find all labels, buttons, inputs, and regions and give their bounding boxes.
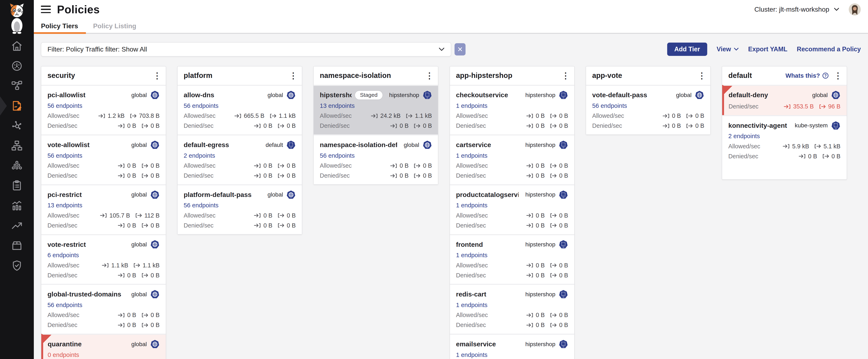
clear-filter-button[interactable] bbox=[455, 43, 466, 55]
endpoints-link[interactable]: 56 endpoints bbox=[320, 151, 432, 159]
egress-arrow-icon bbox=[141, 273, 149, 278]
endpoints-link[interactable]: 56 endpoints bbox=[48, 301, 159, 309]
endpoints-link[interactable]: 1 endpoints bbox=[456, 301, 568, 309]
policy-card[interactable]: pci-allowlistglobal56 endpointsAllowed/s… bbox=[41, 85, 165, 135]
sidebar-item-flow-visualizations[interactable] bbox=[11, 120, 23, 132]
endpoints-link[interactable]: 1 endpoints bbox=[456, 201, 568, 209]
tier-menu-icon[interactable]: ⋮ bbox=[561, 72, 568, 80]
policy-card[interactable]: konnectivity-agentkube-systemns2 endpoin… bbox=[722, 115, 846, 165]
ingress-arrow-icon bbox=[784, 104, 791, 109]
policy-card[interactable]: cartservicehipstershopns1 endpointsAllow… bbox=[450, 134, 574, 184]
sidebar-item-image-assurance[interactable] bbox=[11, 240, 23, 252]
scope-label: global bbox=[131, 291, 147, 298]
user-avatar[interactable] bbox=[849, 3, 861, 16]
content-area: Filter: Policy Traffic filter: Show All … bbox=[34, 34, 868, 359]
egress-bytes: 0 B bbox=[151, 172, 159, 179]
tab-policy-listing[interactable]: Policy Listing bbox=[86, 19, 144, 33]
endpoints-link[interactable]: 56 endpoints bbox=[184, 102, 296, 109]
policy-card-title-row: redis-carthipstershopns bbox=[456, 289, 568, 299]
policy-card[interactable]: vote-allowlistglobal56 endpointsAllowed/… bbox=[41, 134, 165, 184]
policy-card-title-row: pci-allowlistglobal bbox=[48, 90, 159, 100]
sidebar-item-networks[interactable] bbox=[11, 140, 23, 152]
endpoints-link[interactable]: 56 endpoints bbox=[48, 102, 159, 109]
policy-card[interactable]: vote-default-passglobal56 endpointsAllow… bbox=[586, 85, 710, 135]
allowed-per-sec-row: Allowed/sec1.2 kB703.8 B bbox=[48, 112, 159, 120]
ingress-bytes: 0 B bbox=[264, 172, 272, 179]
export-yaml-button[interactable]: Export YAML bbox=[748, 46, 787, 53]
scope-label: hipstershop bbox=[525, 92, 555, 99]
egress-bytes: 1.1 kB bbox=[143, 262, 160, 269]
tier-menu-icon[interactable]: ⋮ bbox=[698, 72, 704, 80]
endpoints-link[interactable]: 1 endpoints bbox=[456, 151, 568, 159]
add-tier-button[interactable]: Add Tier bbox=[667, 43, 707, 56]
sidebar-item-activity[interactable] bbox=[11, 220, 23, 232]
global-scope-icon bbox=[286, 90, 296, 100]
egress-arrow-icon bbox=[133, 263, 141, 268]
svg-text:ns: ns bbox=[290, 147, 292, 148]
sidebar-item-home[interactable] bbox=[11, 40, 23, 52]
traffic-values: 5.9 kB5.1 kB bbox=[783, 143, 840, 150]
endpoints-link[interactable]: 13 endpoints bbox=[48, 201, 159, 209]
endpoints-link[interactable]: 0 endpoints bbox=[48, 351, 159, 359]
endpoints-link[interactable]: 56 endpoints bbox=[592, 102, 704, 109]
tier-menu-icon[interactable]: ⋮ bbox=[153, 72, 159, 80]
sidebar-item-compliance-reports[interactable] bbox=[11, 180, 23, 192]
ingress-bytes: 665.5 B bbox=[244, 112, 264, 119]
egress-arrow-icon bbox=[413, 163, 421, 168]
endpoints-link[interactable]: 1 endpoints bbox=[456, 102, 568, 109]
sidebar-item-service-graph[interactable] bbox=[11, 80, 23, 92]
policy-card[interactable]: vote-restrictglobal6 endpointsAllowed/se… bbox=[41, 234, 165, 284]
policy-card[interactable]: hipstershop-gh…Stagedhipstershopns13 end… bbox=[314, 85, 438, 135]
denied-label: Denied/sec bbox=[320, 122, 390, 129]
endpoints-link[interactable]: 1 endpoints bbox=[456, 351, 568, 359]
sidebar-item-threat-defense[interactable] bbox=[11, 259, 23, 272]
egress-value: 0 B bbox=[141, 162, 160, 169]
endpoints-link[interactable]: 2 endpoints bbox=[728, 132, 840, 140]
sidebar-item-policies[interactable] bbox=[11, 100, 23, 112]
policy-card[interactable]: redis-carthipstershopns1 endpointsAllowe… bbox=[450, 284, 574, 334]
policy-card[interactable]: frontendhipstershopns1 endpointsAllowed/… bbox=[450, 234, 574, 284]
policy-card[interactable]: namespace-isolation-default-p…global56 e… bbox=[314, 134, 438, 184]
view-menu-button[interactable]: View bbox=[717, 46, 739, 53]
policy-card[interactable]: checkoutservicehipstershopns1 endpointsA… bbox=[450, 85, 574, 135]
ingress-bytes: 0 B bbox=[127, 172, 136, 179]
sidebar-item-dashboard[interactable] bbox=[11, 60, 23, 72]
policy-card[interactable]: quarantineglobal0 endpoints bbox=[41, 334, 165, 359]
endpoints-link[interactable]: 2 endpoints bbox=[184, 151, 296, 159]
sidebar bbox=[0, 0, 34, 359]
cluster-selector[interactable]: Cluster: jlt-msft-workshop bbox=[754, 6, 839, 13]
policy-traffic-filter-dropdown[interactable]: Filter: Policy Traffic filter: Show All bbox=[41, 42, 451, 56]
policy-card[interactable]: allow-dnsglobal56 endpointsAllowed/sec66… bbox=[178, 85, 302, 135]
egress-arrow-icon bbox=[277, 223, 285, 228]
menu-toggle-icon[interactable] bbox=[41, 6, 51, 13]
endpoints-link[interactable]: 1 endpoints bbox=[456, 251, 568, 259]
egress-value: 0 B bbox=[686, 122, 704, 129]
policy-card[interactable]: default-denyglobalDenied/sec353.5 B96 B bbox=[722, 85, 846, 115]
tier-menu-icon[interactable]: ⋮ bbox=[289, 72, 296, 80]
recommend-policy-button[interactable]: Recommend a Policy bbox=[797, 46, 861, 53]
denied-label: Denied/sec bbox=[48, 172, 118, 179]
endpoints-link[interactable]: 13 endpoints bbox=[320, 102, 432, 109]
policy-card[interactable]: pci-restrictglobal13 endpointsAllowed/se… bbox=[41, 184, 165, 234]
traffic-values: 0 B0 B bbox=[254, 122, 296, 129]
endpoints-link[interactable]: 6 endpoints bbox=[48, 251, 159, 259]
policy-card[interactable]: emailservicehipstershopns1 endpointsAllo… bbox=[450, 334, 574, 359]
endpoints-link[interactable]: 56 endpoints bbox=[184, 201, 296, 209]
allowed-label: Allowed/sec bbox=[48, 312, 118, 319]
policy-card[interactable]: default-egressdefaultns2 endpointsAllowe… bbox=[178, 134, 302, 184]
denied-per-sec-row: Denied/sec0 B0 B bbox=[456, 322, 568, 329]
global-scope-icon bbox=[150, 140, 159, 149]
sidebar-item-endpoints[interactable] bbox=[11, 160, 23, 172]
tab-policy-tiers[interactable]: Policy Tiers bbox=[34, 19, 86, 33]
sidebar-item-timeline[interactable] bbox=[11, 199, 23, 212]
tier-menu-icon[interactable]: ⋮ bbox=[834, 72, 840, 80]
chevron-down-icon bbox=[734, 48, 739, 51]
policy-card[interactable]: global-trusted-domainsglobal56 endpoints… bbox=[41, 284, 165, 334]
policy-card[interactable]: platform-default-passglobal56 endpointsA… bbox=[178, 184, 302, 234]
policy-card[interactable]: productcatalogservicehipstershopns1 endp… bbox=[450, 184, 574, 234]
tier-title: security bbox=[48, 72, 153, 80]
whats-this-link[interactable]: Whats this?? bbox=[785, 72, 829, 79]
endpoints-link[interactable]: 56 endpoints bbox=[48, 151, 159, 159]
allowed-label: Allowed/sec bbox=[48, 112, 98, 119]
tier-menu-icon[interactable]: ⋮ bbox=[425, 72, 432, 80]
